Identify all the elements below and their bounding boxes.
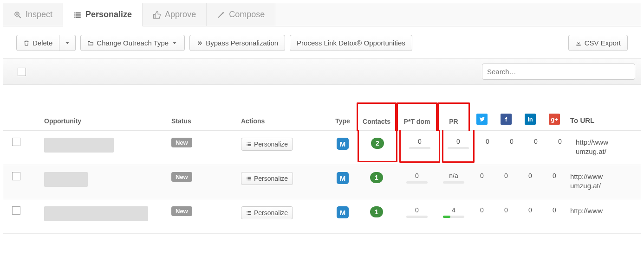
col-linkedin[interactable]: in [518,114,542,125]
type-badge: M [337,172,349,184]
list-icon [246,176,252,181]
button-label: Personalize [254,140,288,148]
button-label: Change Outreach Type [97,39,169,47]
svg-rect-19 [247,180,248,181]
thumbs-up-icon [153,11,161,19]
select-all-checkbox[interactable] [18,68,26,76]
table-utility-row [3,58,641,85]
col-pr[interactable]: PR [437,102,470,131]
facebook-count: 0 [494,172,518,179]
facebook-count: 0 [500,138,524,145]
personalize-button[interactable]: Personalize [241,172,293,185]
svg-rect-26 [248,211,251,212]
table-row: NewPersonalizeM2000000http://www umzug.a… [3,131,641,165]
twitter-count: 0 [470,172,494,179]
opportunity-thumb [44,206,148,221]
tab-label: Compose [229,10,265,19]
button-label: Personalize [254,209,288,217]
csv-export-button[interactable]: CSV Export [568,35,628,51]
button-label: Process Link Detox® Opportunities [297,39,405,47]
linkedin-count: 0 [518,172,542,179]
column-headers: Opportunity Status Actions Type Contacts… [3,85,641,131]
tab-label: Personalize [85,10,132,19]
col-twitter[interactable] [470,114,494,125]
pr-cell: 0 [442,130,475,163]
ptdom-cell: 0 [397,172,437,184]
col-facebook[interactable]: f [494,114,518,125]
search-input[interactable] [482,64,635,80]
col-status[interactable]: Status [169,117,238,125]
col-contacts[interactable]: Contacts [357,102,397,131]
to-url[interactable]: http://www umzug.at/ [570,172,603,190]
list-icon [73,11,82,19]
opportunity-cell[interactable] [29,172,169,187]
list-icon [246,141,252,147]
download-icon [575,40,582,46]
svg-line-1 [19,16,21,18]
col-ptdom[interactable]: P*T dom [397,102,437,131]
opportunity-cell[interactable] [29,206,169,221]
table-row: NewPersonalizeM10n/a0000http://www umzug… [3,165,641,199]
ptdom-value: 0 [415,206,419,214]
svg-rect-14 [248,143,251,144]
pr-bar [448,147,469,149]
svg-rect-28 [248,214,251,215]
process-detox-button[interactable]: Process Link Detox® Opportunities [290,35,412,51]
tabs-bar: Inspect Personalize Approve Compose [3,3,641,26]
row-checkbox[interactable] [12,172,20,180]
delete-dropdown-button[interactable] [59,35,76,51]
svg-rect-11 [247,143,248,144]
opportunity-thumb [44,172,88,187]
svg-rect-20 [248,177,251,178]
svg-rect-16 [248,146,251,147]
caret-down-icon [64,40,71,46]
list-icon [246,210,252,216]
tab-approve[interactable]: Approve [143,3,207,26]
col-to-url[interactable]: To URL [566,116,641,125]
tab-inspect[interactable]: Inspect [3,3,63,26]
gplus-count: 0 [542,172,566,179]
svg-rect-21 [248,178,251,179]
row-checkbox[interactable] [12,206,20,215]
twitter-count: 0 [475,138,500,145]
gplus-count: 0 [542,206,566,214]
status-badge: New [171,172,192,182]
select-all-cell [9,68,35,76]
contacts-cell: 1 [357,206,397,217]
col-opportunity[interactable]: Opportunity [29,117,169,125]
pr-bar [443,216,464,218]
pr-bar [443,181,464,184]
gplus-count: 0 [548,138,572,145]
svg-rect-5 [74,14,75,15]
change-outreach-button[interactable]: Change Outreach Type [80,35,185,51]
svg-rect-7 [76,12,81,13]
tab-compose[interactable]: Compose [207,3,275,26]
svg-rect-8 [76,14,81,15]
caret-down-icon [171,40,178,46]
to-url[interactable]: http://www umzug.at/ [576,138,608,156]
svg-rect-17 [247,177,248,178]
tab-label: Inspect [26,10,52,19]
col-actions[interactable]: Actions [238,117,329,125]
button-label: Personalize [254,175,288,182]
svg-rect-23 [247,211,248,212]
delete-button[interactable]: Delete [16,35,59,51]
ptdom-value: 0 [418,138,422,145]
bypass-button[interactable]: Bypass Personalization [189,35,285,51]
col-type[interactable]: Type [329,117,357,125]
personalize-button[interactable]: Personalize [241,138,293,151]
opportunity-cell[interactable] [29,138,169,153]
button-label: Delete [33,39,52,47]
button-label: Bypass Personalization [206,39,278,47]
pencil-icon [217,11,225,19]
to-url[interactable]: http://www [570,206,603,216]
tab-personalize[interactable]: Personalize [63,3,143,26]
pr-cell: 4 [437,206,470,218]
row-checkbox[interactable] [12,138,20,146]
col-gplus[interactable]: g+ [542,114,566,125]
contacts-badge: 1 [370,206,383,217]
linkedin-count: 0 [524,138,548,145]
personalize-button[interactable]: Personalize [241,206,293,219]
trash-icon [23,40,30,46]
facebook-count: 0 [494,206,518,214]
